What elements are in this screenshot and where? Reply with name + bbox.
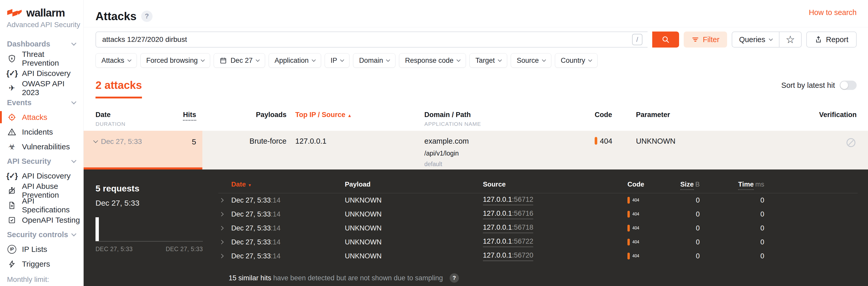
question-badge-icon[interactable]: ? [450, 273, 459, 283]
attack-path: /api/v1/login [424, 150, 595, 157]
request-source-link[interactable]: 127.0.0.1:56718 [483, 224, 533, 233]
sidebar-section-events[interactable]: Events [0, 95, 83, 110]
target-icon [7, 112, 17, 122]
request-code: 404 [627, 253, 675, 259]
col-code: Code [595, 111, 636, 119]
calendar-icon [220, 57, 227, 64]
section-label: API Security [7, 157, 51, 166]
sidebar-item-label: API Specifications [22, 197, 83, 214]
request-row[interactable]: Dec 27, 5:33:14 UNKNOWN 127.0.0.1:56720 … [218, 249, 858, 263]
request-row[interactable]: Dec 27, 5:33:14 UNKNOWN 127.0.0.1:56716 … [218, 207, 858, 221]
col-request-time[interactable]: Timems [700, 180, 764, 188]
request-code: 404 [627, 211, 675, 218]
attack-hits: 5 [192, 138, 196, 146]
sidebar-section-api-security[interactable]: API Security [0, 154, 83, 168]
expand-chevron-icon[interactable] [219, 212, 224, 217]
logo[interactable]: wallarm [0, 7, 83, 19]
paper-plane-icon: ✈ [7, 83, 17, 93]
col-request-size[interactable]: SizeB [675, 180, 700, 188]
request-source-link[interactable]: 127.0.0.1:56720 [483, 251, 533, 261]
filter-button[interactable]: Filter [684, 31, 727, 48]
chip-country[interactable]: Country [555, 53, 598, 68]
chip-source[interactable]: Source [511, 53, 551, 68]
sidebar-item-api-specifications[interactable]: API Specifications [0, 198, 83, 212]
chip-attacks[interactable]: Attacks [95, 53, 137, 68]
chevron-down-icon [201, 58, 205, 62]
sidebar-item-label: IP Lists [22, 245, 47, 254]
sidebar-item-threat-prevention[interactable]: Threat Prevention [0, 51, 83, 66]
attack-row-date-hits[interactable]: Dec 27, 5:33 5 [84, 131, 203, 170]
requests-count: 5 requests [95, 183, 213, 194]
request-time: 0 [700, 196, 764, 204]
request-code: 404 [627, 239, 675, 246]
chip-application[interactable]: Application [269, 53, 321, 68]
chip-ip[interactable]: IP [325, 53, 350, 68]
sidebar-item-owasp-api-2023[interactable]: ✈ OWASP API 2023 [0, 81, 83, 95]
wallarm-logo-icon [7, 8, 23, 17]
no-verification-icon [845, 137, 857, 170]
sort-toggle[interactable] [840, 81, 857, 90]
sidebar-item-api-abuse-prevention[interactable]: API Abuse Prevention [0, 183, 83, 198]
search-icon [661, 35, 670, 44]
request-payload: UNKNOWN [345, 252, 483, 260]
sidebar-item-vulnerabilities[interactable]: ☣ Vulnerabilities [0, 139, 83, 154]
request-row[interactable]: Dec 27, 5:33:14 UNKNOWN 127.0.0.1:56712 … [218, 193, 858, 207]
queries-group: Queries ☆ [732, 31, 802, 48]
sidebar-item-api-discovery[interactable]: {✓} API Discovery [0, 66, 83, 81]
queries-label: Queries [739, 35, 765, 44]
col-hits[interactable]: Hits [183, 111, 196, 121]
request-row[interactable]: Dec 27, 5:33:14 UNKNOWN 127.0.0.1:56718 … [218, 221, 858, 235]
chevron-down-icon [255, 58, 260, 62]
sort-control: Sort by latest hit [781, 81, 857, 90]
sidebar-item-triggers[interactable]: Triggers [0, 257, 83, 271]
how-to-search-link[interactable]: How to search [809, 8, 857, 27]
chevron-down-icon [769, 37, 773, 41]
chip-response-code[interactable]: Response code [399, 53, 466, 68]
chevron-down-icon [340, 58, 344, 62]
collapse-chevron-icon[interactable] [93, 138, 98, 143]
expand-chevron-icon[interactable] [219, 254, 224, 258]
search-input[interactable] [95, 31, 648, 48]
request-source-link[interactable]: 127.0.0.1:56716 [483, 209, 533, 219]
chevron-down-icon [71, 99, 76, 104]
sidebar-section-dashboards[interactable]: Dashboards [0, 37, 83, 51]
queries-dropdown[interactable]: Queries [732, 32, 779, 47]
request-source-link[interactable]: 127.0.0.1:56722 [483, 237, 533, 247]
monthly-limit-label: Monthly limit: [7, 276, 83, 284]
sort-desc-icon: ▼ [248, 183, 252, 187]
help-icon[interactable]: ? [141, 10, 153, 22]
sidebar-item-incidents[interactable]: Incidents [0, 124, 83, 139]
sidebar-item-attacks[interactable]: Attacks [0, 110, 83, 124]
sidebar-section-security-controls[interactable]: Security controls [0, 227, 83, 242]
attack-row[interactable]: Dec 27, 5:33 5 Brute-force 127.0.0.1 exa… [84, 131, 868, 170]
request-row[interactable]: Dec 27, 5:33:14 UNKNOWN 127.0.0.1:56722 … [218, 235, 858, 249]
request-payload: UNKNOWN [345, 224, 483, 232]
sort-asc-icon: ▲ [347, 113, 352, 118]
requests-table-header: Date▼ Payload Source Code SizeB Timems [218, 180, 858, 193]
sidebar-item-ip-lists[interactable]: IP IP Lists [0, 242, 83, 257]
search-button[interactable] [652, 31, 679, 48]
histogram-bar [95, 217, 99, 241]
sidebar-item-openapi-testing[interactable]: OpenAPI Testing [0, 212, 83, 227]
chip-domain[interactable]: Domain [353, 53, 395, 68]
favorite-star-icon[interactable]: ☆ [779, 32, 801, 47]
request-size: 0 [675, 238, 700, 246]
col-request-date[interactable]: Date▼ [231, 180, 345, 188]
chip-forced-browsing[interactable]: Forced browsing [141, 53, 210, 68]
expand-chevron-icon[interactable] [219, 240, 224, 245]
chip-date[interactable]: Dec 27 [214, 53, 265, 68]
request-payload: UNKNOWN [345, 238, 483, 246]
sidebar-item-label: API Discovery [22, 172, 70, 180]
expand-chevron-icon[interactable] [219, 198, 224, 203]
filter-button-label: Filter [703, 35, 719, 44]
request-source-link[interactable]: 127.0.0.1:56712 [483, 196, 533, 205]
chip-target[interactable]: Target [469, 53, 507, 68]
report-button[interactable]: Report [806, 31, 857, 48]
attack-payloads: Brute-force [203, 131, 295, 170]
shield-bolt-icon [7, 54, 17, 63]
col-top-ip-source[interactable]: Top IP / Source▲ [295, 111, 424, 119]
expand-chevron-icon[interactable] [219, 226, 224, 230]
sidebar-item-api-discovery-2[interactable]: {✓} API Discovery [0, 168, 83, 183]
sidebar-item-label: API Discovery [22, 69, 70, 78]
filter-chips: Attacks Forced browsing Dec 27 Applicati… [95, 53, 857, 68]
